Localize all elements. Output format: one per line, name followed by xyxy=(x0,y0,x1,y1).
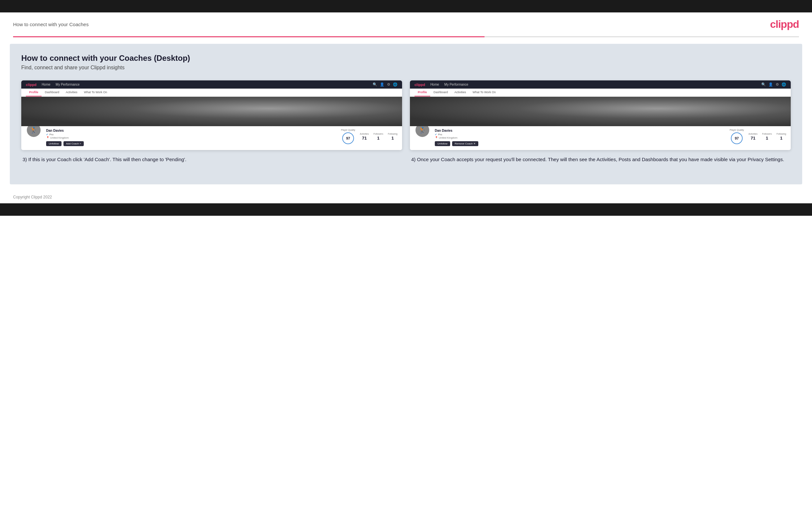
profile-info-right: Dan Davies ✔ Pro 📍 United Kingdom Unfoll… xyxy=(435,129,725,146)
unfollow-button-right[interactable]: Unfollow xyxy=(435,141,450,146)
header: How to connect with your Coaches clippd xyxy=(0,12,812,36)
screenshots-row: clippd Home My Performance 🔍 👤 ⚙ 🌐 Profi… xyxy=(21,80,791,163)
verified-icon-left: ✔ xyxy=(46,133,48,136)
player-quality-left: Player Quality 97 xyxy=(341,129,355,144)
caption-left: 3) If this is your Coach click 'Add Coac… xyxy=(21,156,402,163)
mock-banner-right xyxy=(410,97,791,126)
mock-nav-performance-right[interactable]: My Performance xyxy=(444,83,468,86)
tab-dashboard-left[interactable]: Dashboard xyxy=(42,89,62,97)
header-divider xyxy=(13,36,799,37)
player-badge-right: ✔ Pro xyxy=(435,133,725,136)
mock-navbar-right: clippd Home My Performance 🔍 👤 ⚙ 🌐 xyxy=(410,80,791,89)
following-stat-right: Following 1 xyxy=(776,133,786,140)
tab-what-to-work-on-left[interactable]: What To Work On xyxy=(81,89,111,97)
settings-icon-left[interactable]: ⚙ xyxy=(387,82,390,87)
activities-value-left: 71 xyxy=(360,136,369,140)
user-icon-right[interactable]: 👤 xyxy=(768,82,773,87)
mock-logo-right: clippd xyxy=(414,83,425,87)
main-content: How to connect with your Coaches (Deskto… xyxy=(10,44,802,184)
player-role-left: Pro xyxy=(49,133,53,136)
player-location-right: 📍 United Kingdom xyxy=(435,136,725,139)
mock-banner-left xyxy=(21,97,402,126)
activities-stat-right: Activities 71 xyxy=(749,133,758,140)
add-coach-button-left[interactable]: Add Coach + xyxy=(63,141,84,146)
user-icon-left[interactable]: 👤 xyxy=(380,82,385,87)
tab-what-to-work-on-right[interactable]: What To Work On xyxy=(469,89,499,97)
mock-nav-home-right[interactable]: Home xyxy=(430,83,439,86)
player-name-left: Dan Davies xyxy=(46,129,336,132)
page-heading: How to connect with your Coaches (Deskto… xyxy=(21,54,791,63)
clippd-logo: clippd xyxy=(770,18,799,31)
followers-value-right: 1 xyxy=(762,136,772,140)
profile-buttons-left: Unfollow Add Coach + xyxy=(46,141,336,146)
mock-navbar-left: clippd Home My Performance 🔍 👤 ⚙ 🌐 xyxy=(21,80,402,89)
header-title: How to connect with your Coaches xyxy=(13,21,89,27)
followers-value-left: 1 xyxy=(373,136,383,140)
screenshot-left: clippd Home My Performance 🔍 👤 ⚙ 🌐 Profi… xyxy=(21,80,402,150)
tab-activities-left[interactable]: Activities xyxy=(62,89,81,97)
player-name-right: Dan Davies xyxy=(435,129,725,132)
player-role-right: Pro xyxy=(438,133,442,136)
followers-stat-left: Followers 1 xyxy=(373,133,383,140)
screenshot-col-right: clippd Home My Performance 🔍 👤 ⚙ 🌐 Profi… xyxy=(410,80,791,163)
following-stat-left: Following 1 xyxy=(388,133,398,140)
tab-profile-right[interactable]: Profile xyxy=(414,89,430,97)
page-subheading: Find, connect and share your Clippd insi… xyxy=(21,65,791,71)
mock-tabs-left: Profile Dashboard Activities What To Wor… xyxy=(21,89,402,97)
player-badge-left: ✔ Pro xyxy=(46,133,336,136)
globe-icon-left[interactable]: 🌐 xyxy=(393,82,398,87)
activities-label-left: Activities xyxy=(360,133,369,135)
player-location-left: 📍 United Kingdom xyxy=(46,136,336,139)
screenshot-right: clippd Home My Performance 🔍 👤 ⚙ 🌐 Profi… xyxy=(410,80,791,150)
quality-circle-right: 97 xyxy=(731,132,743,144)
verified-icon-right: ✔ xyxy=(435,133,437,136)
tab-dashboard-right[interactable]: Dashboard xyxy=(430,89,451,97)
player-quality-right: Player Quality 97 xyxy=(729,129,744,144)
caption-right: 4) Once your Coach accepts your request … xyxy=(410,156,791,163)
quality-circle-left: 97 xyxy=(342,132,354,144)
mock-logo-left: clippd xyxy=(26,83,36,87)
mock-profile-section-right: 🏌 Dan Davies ✔ Pro 📍 United Kingdom Unfo… xyxy=(410,126,791,150)
tab-profile-left[interactable]: Profile xyxy=(26,89,42,97)
following-label-right: Following xyxy=(776,133,786,135)
globe-icon-right[interactable]: 🌐 xyxy=(781,82,786,87)
settings-icon-right[interactable]: ⚙ xyxy=(776,82,779,87)
remove-coach-button-right[interactable]: Remove Coach ✕ xyxy=(452,141,478,146)
tab-activities-right[interactable]: Activities xyxy=(451,89,469,97)
mock-stats-left: Player Quality 97 Activities 71 Follower… xyxy=(341,129,398,144)
screenshot-col-left: clippd Home My Performance 🔍 👤 ⚙ 🌐 Profi… xyxy=(21,80,402,163)
mock-profile-section-left: 🏌 Dan Davies ✔ Pro 📍 United Kingdom Unfo… xyxy=(21,126,402,150)
following-value-right: 1 xyxy=(776,136,786,140)
quality-label-left: Player Quality xyxy=(341,129,355,131)
footer: Copyright Clippd 2022 xyxy=(0,191,812,203)
banner-image-right xyxy=(410,97,791,126)
activities-stat-left: Activities 71 xyxy=(360,133,369,140)
search-icon-left[interactable]: 🔍 xyxy=(373,82,377,87)
copyright-text: Copyright Clippd 2022 xyxy=(13,195,52,200)
unfollow-button-left[interactable]: Unfollow xyxy=(46,141,61,146)
followers-stat-right: Followers 1 xyxy=(762,133,772,140)
top-bar xyxy=(0,0,812,12)
following-label-left: Following xyxy=(388,133,398,135)
profile-buttons-right: Unfollow Remove Coach ✕ xyxy=(435,141,725,146)
mock-tabs-right: Profile Dashboard Activities What To Wor… xyxy=(410,89,791,97)
mock-nav-home-left[interactable]: Home xyxy=(42,83,50,86)
banner-image-left xyxy=(21,97,402,126)
mock-stats-right: Player Quality 97 Activities 71 Follower… xyxy=(729,129,786,144)
profile-info-left: Dan Davies ✔ Pro 📍 United Kingdom Unfoll… xyxy=(46,129,336,146)
bottom-bar xyxy=(0,203,812,216)
quality-label-right: Player Quality xyxy=(729,129,744,131)
mock-nav-icons-right: 🔍 👤 ⚙ 🌐 xyxy=(761,82,786,87)
followers-label-right: Followers xyxy=(762,133,772,135)
mock-nav-icons-left: 🔍 👤 ⚙ 🌐 xyxy=(373,82,398,87)
following-value-left: 1 xyxy=(388,136,398,140)
activities-label-right: Activities xyxy=(749,133,758,135)
followers-label-left: Followers xyxy=(373,133,383,135)
activities-value-right: 71 xyxy=(749,136,758,140)
search-icon-right[interactable]: 🔍 xyxy=(761,82,766,87)
mock-nav-performance-left[interactable]: My Performance xyxy=(56,83,80,86)
